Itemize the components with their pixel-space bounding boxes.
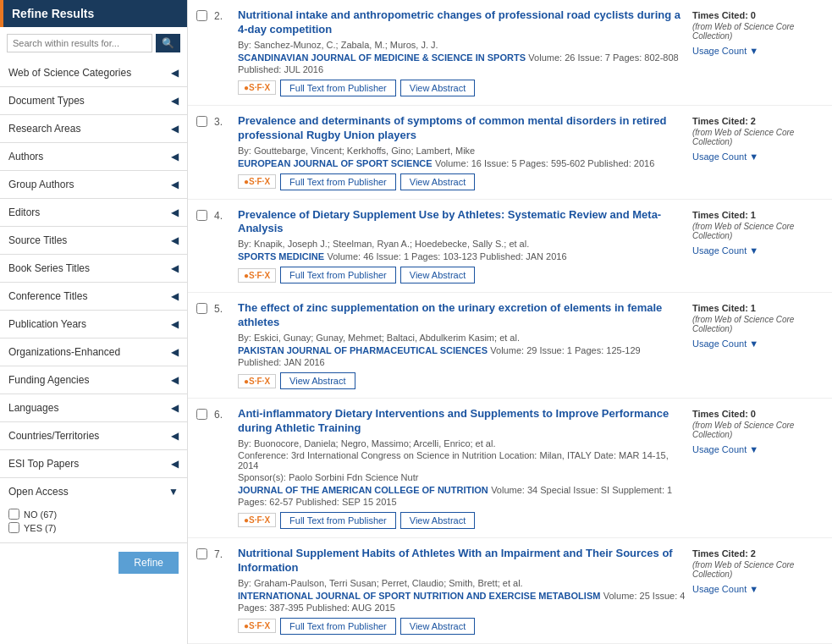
sfx-icon: ●S·F·X <box>244 83 270 92</box>
result-journal-line: EUROPEAN JOURNAL OF SPORT SCIENCE Volume… <box>238 157 686 169</box>
oa-no-checkbox[interactable] <box>8 509 19 520</box>
sidebar-item-label: Countries/Territories <box>8 430 99 442</box>
full-text-button[interactable]: Full Text from Publisher <box>280 173 396 190</box>
full-text-button[interactable]: Full Text from Publisher <box>280 618 396 635</box>
sidebar-item-authors[interactable]: Authors◀ <box>0 143 187 171</box>
sidebar-item-funding-agencies[interactable]: Funding Agencies◀ <box>0 366 187 394</box>
result-title[interactable]: Nutritional intake and anthropometric ch… <box>238 8 686 37</box>
result-number: 2. <box>214 8 231 96</box>
sidebar-search-button[interactable]: 🔍 <box>156 34 180 52</box>
sidebar-item-research-areas[interactable]: Research Areas◀ <box>0 115 187 143</box>
result-authors: By: Gouttebarge, Vincent; Kerkhoffs, Gin… <box>238 146 686 156</box>
from-wos: (from Web of Science Core Collection) <box>692 421 824 439</box>
sidebar-items-container: Web of Science Categories◀Document Types… <box>0 59 187 478</box>
sidebar-item-esi-top-papers[interactable]: ESI Top Papers◀ <box>0 450 187 478</box>
sidebar-search-input[interactable] <box>7 34 152 52</box>
usage-count[interactable]: Usage Count ▼ <box>692 151 824 162</box>
result-checkbox[interactable] <box>196 548 207 559</box>
times-cited: Times Cited: 2 <box>692 116 824 126</box>
result-checkbox[interactable] <box>196 303 207 314</box>
result-side: Times Cited: 1 (from Web of Science Core… <box>692 208 824 284</box>
result-authors: By: Knapik, Joseph J.; Steelman, Ryan A.… <box>238 239 686 249</box>
sidebar-item-conference-titles[interactable]: Conference Titles◀ <box>0 283 187 311</box>
sidebar-item-label: Research Areas <box>8 123 80 135</box>
result-checkbox[interactable] <box>196 210 207 221</box>
result-number: 7. <box>214 547 231 635</box>
result-actions: ●S·F·XView Abstract <box>238 372 686 389</box>
view-abstract-button[interactable]: View Abstract <box>400 173 475 190</box>
sidebar-open-access-header[interactable]: Open Access ▼ <box>0 478 187 505</box>
result-item: 6. Anti-inflammatory Dietary Interventio… <box>188 399 832 538</box>
sidebar-item-languages[interactable]: Languages◀ <box>0 394 187 422</box>
result-body: Anti-inflammatory Dietary Interventions … <box>238 407 686 529</box>
result-checkbox[interactable] <box>196 409 207 420</box>
result-authors: By: Graham-Paulson, Terri Susan; Perret,… <box>238 578 686 588</box>
usage-count[interactable]: Usage Count ▼ <box>692 444 824 454</box>
sidebar-item-web-of-science-categories[interactable]: Web of Science Categories◀ <box>0 59 187 87</box>
refine-button[interactable]: Refine <box>118 552 179 574</box>
result-number: 4. <box>214 208 231 284</box>
sidebar-item-group-authors[interactable]: Group Authors◀ <box>0 171 187 199</box>
sfx-button[interactable]: ●S·F·X <box>238 619 276 633</box>
result-item: 5. The effect of zinc supplementation on… <box>188 293 832 399</box>
result-body: Nutritional intake and anthropometric ch… <box>238 8 686 96</box>
result-title[interactable]: Anti-inflammatory Dietary Interventions … <box>238 407 686 436</box>
sidebar-item-label: Conference Titles <box>8 290 87 302</box>
sidebar-item-label: Publication Years <box>8 318 86 330</box>
sidebar-item-document-types[interactable]: Document Types◀ <box>0 87 187 115</box>
results-container: 2. Nutritional intake and anthropometric… <box>188 0 832 644</box>
full-text-button[interactable]: Full Text from Publisher <box>280 80 396 96</box>
result-title[interactable]: Prevalence and determinants of symptoms … <box>238 114 686 143</box>
view-abstract-button[interactable]: View Abstract <box>400 512 475 529</box>
full-text-button[interactable]: Full Text from Publisher <box>280 512 396 529</box>
sfx-button[interactable]: ●S·F·X <box>238 374 276 388</box>
sfx-icon: ●S·F·X <box>244 515 270 525</box>
usage-count[interactable]: Usage Count ▼ <box>692 339 824 349</box>
result-title[interactable]: The effect of zinc supplementation on th… <box>238 301 686 330</box>
result-item: 3. Prevalence and determinants of sympto… <box>188 106 832 200</box>
usage-count[interactable]: Usage Count ▼ <box>692 245 824 256</box>
usage-count[interactable]: Usage Count ▼ <box>692 46 824 56</box>
result-journal: SPORTS MEDICINE <box>238 251 324 261</box>
sfx-button[interactable]: ●S·F·X <box>238 80 276 95</box>
result-checkbox[interactable] <box>196 116 207 127</box>
sidebar-item-source-titles[interactable]: Source Titles◀ <box>0 227 187 255</box>
view-abstract-button[interactable]: View Abstract <box>280 372 355 389</box>
oa-yes-checkbox[interactable] <box>8 522 19 533</box>
from-wos: (from Web of Science Core Collection) <box>692 222 824 240</box>
sfx-button[interactable]: ●S·F·X <box>238 268 276 283</box>
oa-no-label[interactable]: NO (67) <box>8 509 179 520</box>
result-title[interactable]: Prevalence of Dietary Supplement Use by … <box>238 208 686 237</box>
oa-no-text: NO (67) <box>24 509 57 520</box>
sidebar-item-label: Organizations-Enhanced <box>8 346 120 358</box>
times-cited: Times Cited: 0 <box>692 409 824 419</box>
view-abstract-button[interactable]: View Abstract <box>400 267 475 283</box>
result-item: 4. Prevalence of Dietary Supplement Use … <box>188 200 832 294</box>
oa-yes-label[interactable]: YES (7) <box>8 522 179 533</box>
result-journal: JOURNAL OF THE AMERICAN COLLEGE OF NUTRI… <box>238 485 488 495</box>
result-journal: PAKISTAN JOURNAL OF PHARMACEUTICAL SCIEN… <box>238 345 488 355</box>
result-side: Times Cited: 0 (from Web of Science Core… <box>692 8 824 96</box>
sidebar-item-editors[interactable]: Editors◀ <box>0 199 187 227</box>
result-side: Times Cited: 0 (from Web of Science Core… <box>692 407 824 529</box>
chevron-left-icon: ◀ <box>171 402 179 414</box>
result-body: Nutritional Supplement Habits of Athlete… <box>238 547 686 635</box>
sidebar-item-countries-territories[interactable]: Countries/Territories◀ <box>0 422 187 450</box>
view-abstract-button[interactable]: View Abstract <box>400 80 475 96</box>
sidebar-item-book-series-titles[interactable]: Book Series Titles◀ <box>0 255 187 283</box>
usage-count[interactable]: Usage Count ▼ <box>692 584 824 594</box>
sidebar-item-publication-years[interactable]: Publication Years◀ <box>0 311 187 339</box>
sfx-button[interactable]: ●S·F·X <box>238 174 276 189</box>
full-text-button[interactable]: Full Text from Publisher <box>280 267 396 283</box>
sfx-button[interactable]: ●S·F·X <box>238 513 276 527</box>
sidebar-item-label: Book Series Titles <box>8 262 90 274</box>
from-wos: (from Web of Science Core Collection) <box>692 128 824 146</box>
sidebar-item-label: Group Authors <box>8 179 74 190</box>
result-number: 6. <box>214 407 231 529</box>
sidebar-item-organizations-enhanced[interactable]: Organizations-Enhanced◀ <box>0 339 187 366</box>
view-abstract-button[interactable]: View Abstract <box>400 618 475 635</box>
result-side: Times Cited: 2 (from Web of Science Core… <box>692 114 824 190</box>
result-checkbox[interactable] <box>196 10 207 21</box>
chevron-left-icon: ◀ <box>171 374 179 386</box>
result-title[interactable]: Nutritional Supplement Habits of Athlete… <box>238 547 686 575</box>
